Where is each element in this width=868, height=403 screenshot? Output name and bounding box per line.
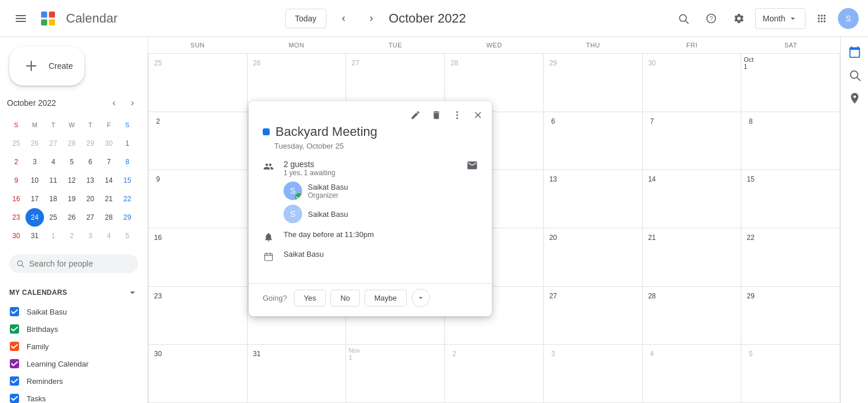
cal-date[interactable]: 8 (744, 114, 757, 128)
cal-date[interactable]: 3 (546, 347, 560, 361)
calendar-cell[interactable]: 7 (643, 112, 742, 171)
calendar-cell[interactable]: 6 (544, 112, 643, 171)
my-calendar-item[interactable]: Family (0, 338, 148, 355)
mini-cal-day[interactable]: 4 (100, 227, 118, 245)
cal-date[interactable]: 29 (546, 56, 560, 70)
view-selector[interactable]: Month (755, 8, 806, 29)
cal-date[interactable]: 15 (744, 172, 757, 186)
mini-cal-day[interactable]: 25 (44, 208, 62, 227)
create-button[interactable]: Create (9, 46, 84, 86)
cal-date[interactable]: 9 (151, 172, 165, 186)
cal-date[interactable]: 13 (546, 172, 560, 186)
mini-next-month[interactable]: › (124, 95, 141, 111)
mini-cal-day[interactable]: 3 (81, 227, 100, 245)
mini-cal-day[interactable]: 26 (62, 208, 81, 227)
popup-delete-button[interactable] (427, 106, 446, 124)
help-button[interactable]: ? (700, 7, 723, 30)
today-button[interactable]: Today (285, 9, 326, 28)
cal-date[interactable]: 30 (151, 347, 165, 361)
email-guests-button[interactable] (466, 160, 478, 173)
cal-date[interactable]: 23 (151, 289, 165, 303)
user-avatar[interactable]: S (838, 8, 859, 29)
tab-calendar[interactable] (844, 42, 865, 62)
search-box[interactable] (9, 254, 138, 273)
calendar-cell[interactable]: 14 (643, 170, 742, 228)
calendar-cell[interactable]: 2 (445, 345, 544, 403)
my-calendar-item[interactable]: Saikat Basu (0, 303, 148, 320)
calendar-cell[interactable]: 9 (149, 170, 248, 228)
mini-cal-day[interactable]: 9 (7, 171, 25, 190)
mini-cal-day[interactable]: 21 (100, 190, 118, 208)
my-calendar-item[interactable]: Tasks (0, 390, 148, 403)
calendar-cell[interactable]: 8 (741, 112, 840, 171)
calendar-cell[interactable]: 30 (643, 54, 742, 112)
cal-date[interactable]: 14 (645, 172, 659, 186)
mini-cal-day[interactable]: 18 (44, 190, 62, 208)
no-button[interactable]: No (330, 290, 360, 306)
calendar-cell[interactable]: 20 (544, 228, 643, 287)
mini-cal-day[interactable]: 7 (100, 153, 118, 171)
mini-cal-day[interactable]: 2 (7, 153, 25, 171)
mini-cal-day[interactable]: 30 (7, 227, 25, 245)
cal-date[interactable]: Oct 1 (744, 56, 757, 70)
cal-date[interactable]: 5 (744, 347, 757, 361)
mini-cal-day[interactable]: 16 (7, 190, 25, 208)
mini-cal-day[interactable]: 8 (118, 153, 137, 171)
calendar-cell[interactable]: 2 (149, 112, 248, 171)
mini-cal-day[interactable]: 24 (25, 208, 44, 227)
calendar-cell[interactable]: 16 (149, 228, 248, 287)
cal-date[interactable]: 30 (645, 56, 659, 70)
popup-edit-button[interactable] (406, 106, 425, 124)
mini-cal-day[interactable]: 10 (25, 171, 44, 190)
cal-date[interactable]: 2 (151, 114, 165, 128)
cal-date[interactable]: 16 (151, 231, 165, 245)
maybe-button[interactable]: Maybe (365, 290, 407, 306)
tab-search[interactable] (844, 65, 865, 86)
going-more-button[interactable] (411, 289, 430, 307)
search-input[interactable] (29, 259, 131, 268)
calendar-cell[interactable]: Oct 1 (741, 54, 840, 112)
mini-cal-day[interactable]: 17 (25, 190, 44, 208)
my-calendar-item[interactable]: Learning Calendar (0, 355, 148, 372)
mini-cal-day[interactable]: 19 (62, 190, 81, 208)
cal-date[interactable]: 2 (447, 347, 461, 361)
mini-cal-day[interactable]: 20 (81, 190, 100, 208)
search-button[interactable] (672, 7, 695, 30)
mini-cal-day[interactable]: 27 (81, 208, 100, 227)
cal-date[interactable]: 29 (744, 289, 757, 303)
prev-month-button[interactable]: ‹ (333, 8, 354, 29)
calendar-cell[interactable]: 3 (544, 345, 643, 403)
cal-date[interactable]: 4 (645, 347, 659, 361)
cal-date[interactable]: 28 (447, 56, 461, 70)
calendar-cell[interactable]: 5 (741, 345, 840, 403)
mini-cal-day[interactable]: 1 (118, 134, 137, 153)
popup-more-button[interactable] (448, 106, 466, 124)
mini-cal-day[interactable]: 15 (118, 171, 137, 190)
mini-cal-day[interactable]: 27 (44, 134, 62, 153)
calendar-cell[interactable]: 13 (544, 170, 643, 228)
calendar-cell[interactable]: 29 (544, 54, 643, 112)
mini-cal-day[interactable]: 6 (81, 153, 100, 171)
calendar-cell[interactable]: 28 (643, 287, 742, 345)
mini-cal-day[interactable]: 13 (81, 171, 100, 190)
cal-date[interactable]: 27 (348, 56, 362, 70)
calendar-cell[interactable]: 4 (643, 345, 742, 403)
popup-close-button[interactable] (469, 106, 487, 124)
cal-date[interactable]: 27 (546, 289, 560, 303)
mini-cal-day[interactable]: 28 (100, 208, 118, 227)
cal-date[interactable]: 20 (546, 231, 560, 245)
mini-cal-day[interactable]: 3 (25, 153, 44, 171)
mini-cal-day[interactable]: 4 (44, 153, 62, 171)
cal-date[interactable]: 6 (546, 114, 560, 128)
mini-cal-day[interactable]: 30 (100, 134, 118, 153)
mini-cal-day[interactable]: 11 (44, 171, 62, 190)
cal-date[interactable]: 22 (744, 231, 757, 245)
mini-cal-title[interactable]: October 2022 (7, 98, 56, 108)
yes-button[interactable]: Yes (294, 290, 326, 306)
mini-cal-day[interactable]: 22 (118, 190, 137, 208)
calendar-cell[interactable]: 29 (741, 287, 840, 345)
mini-cal-day[interactable]: 5 (118, 227, 137, 245)
my-calendars-header[interactable]: My calendars (0, 282, 148, 303)
mini-cal-day[interactable]: 1 (44, 227, 62, 245)
mini-cal-day[interactable]: 28 (62, 134, 81, 153)
